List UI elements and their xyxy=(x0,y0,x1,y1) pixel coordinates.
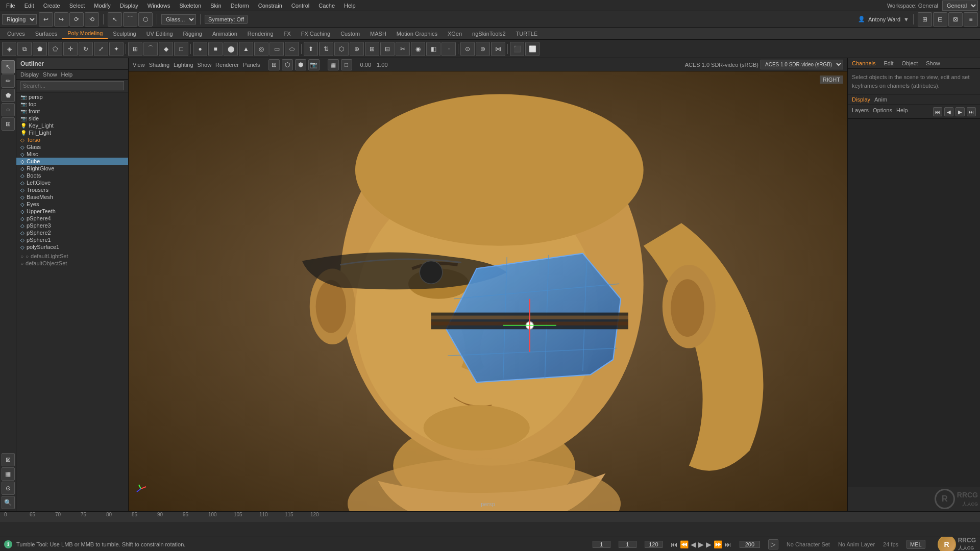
sculpt[interactable]: ⬝ xyxy=(442,42,456,56)
outliner-item-basemesh[interactable]: ◇ BaseMesh xyxy=(16,193,128,201)
timeline-ruler[interactable]: 0 65 70 75 80 85 90 95 100 105 110 115 1… xyxy=(0,512,980,522)
toolbar-right-4[interactable]: ≡ xyxy=(964,12,978,27)
layers-icon-3[interactable]: ▶ xyxy=(955,107,965,116)
layers-icon-4[interactable]: ⏭ xyxy=(967,107,976,116)
fill-hole[interactable]: ◉ xyxy=(411,42,425,56)
viewport[interactable]: View Shading Lighting Show Renderer Pane… xyxy=(129,58,847,511)
outliner-item-psphere4[interactable]: ◇ pSphere4 xyxy=(16,215,128,222)
vp-menu-shading[interactable]: Shading xyxy=(149,62,169,68)
next-frame-btn[interactable]: ▶ xyxy=(706,540,712,548)
menu-display[interactable]: Display xyxy=(116,2,142,10)
vp-color-dropdown[interactable]: ACES 1.0 SDR-video (sRGB) xyxy=(761,60,843,69)
menu-cache[interactable]: Cache xyxy=(314,2,339,10)
help-tab-layers[interactable]: Help xyxy=(896,107,908,116)
paint-tool-btn[interactable]: ✏ xyxy=(2,74,15,88)
outliner-item-polysurface1[interactable]: ◇ polySurface1 xyxy=(16,243,128,251)
outliner-item-trousers[interactable]: ◇ Trousers xyxy=(16,186,128,193)
outliner-item-psphere1[interactable]: ◇ pSphere1 xyxy=(16,236,128,243)
mel-selector[interactable]: MEL xyxy=(906,540,925,549)
ipr-render[interactable]: ⬜ xyxy=(525,42,540,56)
play-btn[interactable]: ▶ xyxy=(698,540,704,548)
tab-curves[interactable]: Curves xyxy=(2,29,30,38)
outliner-item-side[interactable]: 📷 side xyxy=(16,115,128,122)
outliner-item-glass[interactable]: ◇ Glass xyxy=(16,143,128,151)
outliner-menu-show[interactable]: Show xyxy=(43,71,57,78)
render-icon[interactable]: ⬛ xyxy=(510,42,524,56)
outliner-item-front[interactable]: 📷 front xyxy=(16,108,128,115)
toolbar-brush[interactable]: ⬡ xyxy=(138,12,153,27)
vp-grid-icon[interactable]: ▦ xyxy=(328,59,339,70)
timeline-track[interactable] xyxy=(0,522,980,537)
tab-uv-editing[interactable]: UV Editing xyxy=(141,29,178,38)
start-frame-input[interactable] xyxy=(593,541,610,548)
toolbar-right-2[interactable]: ⊟ xyxy=(933,12,947,27)
workspace-dropdown[interactable]: General xyxy=(942,1,978,11)
poly-torus[interactable]: ◎ xyxy=(254,42,268,56)
menu-skin[interactable]: Skin xyxy=(206,2,225,10)
bridge[interactable]: ⇅ xyxy=(319,42,333,56)
menu-edit[interactable]: Edit xyxy=(20,2,38,10)
vp-icon-3[interactable]: ⬢ xyxy=(295,59,306,70)
rp-tab-channels[interactable]: Channels xyxy=(852,60,875,66)
poly-disk[interactable]: ⬭ xyxy=(285,42,299,56)
paint-select[interactable]: ⬠ xyxy=(48,42,62,56)
tab-xgen[interactable]: XGen xyxy=(443,29,467,38)
move-icon[interactable]: ✛ xyxy=(63,42,78,56)
snap-view[interactable]: □ xyxy=(174,42,188,56)
menu-select[interactable]: Select xyxy=(65,2,89,10)
outliner-item-top[interactable]: 📷 top xyxy=(16,101,128,108)
current-frame-input[interactable] xyxy=(619,541,636,548)
multi-cut[interactable]: ✂ xyxy=(396,42,410,56)
outliner-item-defaultobjectset[interactable]: ○ defaultObjectSet xyxy=(16,260,128,267)
universal-manip[interactable]: ✦ xyxy=(109,42,124,56)
menu-deform[interactable]: Deform xyxy=(227,2,253,10)
outliner-item-upperteeth[interactable]: ◇ UpperTeeth xyxy=(16,208,128,215)
tab-mash[interactable]: MASH xyxy=(365,29,391,38)
poly-plane[interactable]: ▭ xyxy=(270,42,284,56)
vp-menu-lighting[interactable]: Lighting xyxy=(174,62,193,68)
outliner-search-input[interactable] xyxy=(20,81,124,90)
outliner-item-cube[interactable]: ◇ Cube xyxy=(16,158,128,165)
rigging-dropdown[interactable]: Rigging xyxy=(2,14,37,24)
poly-cube[interactable]: ■ xyxy=(208,42,223,56)
rp-tab-object[interactable]: Object xyxy=(901,60,918,66)
toolbar-right-3[interactable]: ⊠ xyxy=(948,12,963,27)
toolbar-icon-1[interactable]: ↩ xyxy=(39,12,53,27)
toolbar-lasso[interactable]: ⌒ xyxy=(123,12,137,27)
display-tab[interactable]: Display xyxy=(852,96,870,103)
vp-menu-renderer[interactable]: Renderer xyxy=(215,62,239,68)
menu-help[interactable]: Help xyxy=(340,2,360,10)
tab-poly-modeling[interactable]: Poly Modeling xyxy=(62,29,108,39)
outliner-item-filllight[interactable]: 💡 Fill_Light xyxy=(16,129,128,136)
tab-motion-graphics[interactable]: Motion Graphics xyxy=(391,29,443,38)
menu-modify[interactable]: Modify xyxy=(90,2,114,10)
playback-option-icon[interactable]: ▷ xyxy=(768,539,778,549)
shader-dropdown[interactable]: Glass... xyxy=(161,14,196,24)
menu-file[interactable]: File xyxy=(2,2,19,10)
prev-keyframe-btn[interactable]: ⏪ xyxy=(680,540,689,548)
menu-constrain[interactable]: Constrain xyxy=(254,2,286,10)
symmetry-btn[interactable]: Symmetry: Off xyxy=(205,15,248,24)
tab-turtle[interactable]: TURTLE xyxy=(511,29,543,38)
tab-rendering[interactable]: Rendering xyxy=(242,29,279,38)
outliner-item-torso[interactable]: ◇ Torso xyxy=(16,136,128,143)
tab-rigging[interactable]: Rigging xyxy=(178,29,207,38)
symmetry-icon[interactable]: ⊜ xyxy=(476,42,490,56)
toolbar-icon-4[interactable]: ⟲ xyxy=(85,12,99,27)
vp-icon-2[interactable]: ⬡ xyxy=(282,59,293,70)
outliner-item-psphere3[interactable]: ◇ pSphere3 xyxy=(16,222,128,229)
rp-tab-edit[interactable]: Edit xyxy=(884,60,893,66)
layers-icon-2[interactable]: ◀ xyxy=(944,107,953,116)
vp-icon-cam[interactable]: 📷 xyxy=(308,59,320,70)
outliner-item-persp[interactable]: 📷 persp xyxy=(16,93,128,101)
options-tab[interactable]: Options xyxy=(873,107,892,116)
menu-control[interactable]: Control xyxy=(287,2,313,10)
menu-create[interactable]: Create xyxy=(39,2,64,10)
next-keyframe-btn[interactable]: ⏩ xyxy=(714,540,722,548)
vp-wire-icon[interactable]: □ xyxy=(341,59,352,70)
toolbar-right-1[interactable]: ⊞ xyxy=(918,12,932,27)
snap-tool-btn[interactable]: ⊙ xyxy=(2,482,15,495)
outliner-item-psphere2[interactable]: ◇ pSphere2 xyxy=(16,229,128,236)
vp-icon-1[interactable]: ⊞ xyxy=(268,59,280,70)
menu-windows[interactable]: Windows xyxy=(143,2,175,10)
